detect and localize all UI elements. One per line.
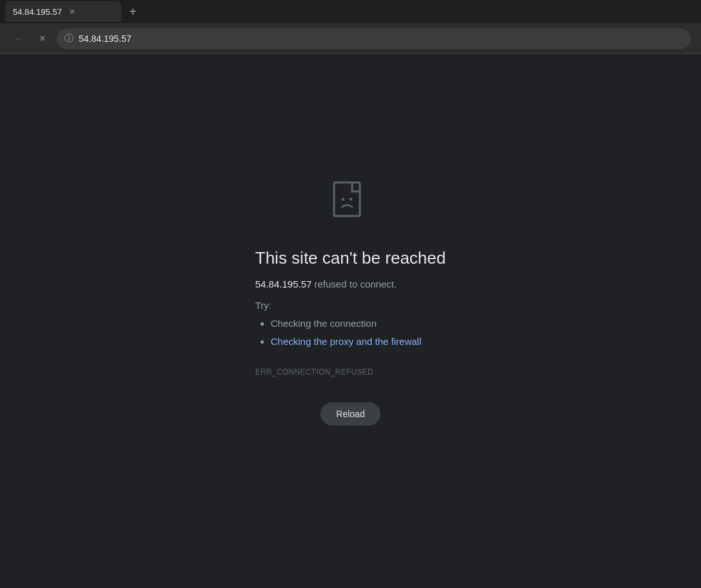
error-icon [328,179,374,228]
error-content: This site can't be reached 54.84.195.57 … [255,248,446,402]
tab-bar: 54.84.195.57 × + [0,0,701,23]
stop-button[interactable]: × [34,30,52,48]
error-desc-suffix: refused to connect. [311,279,397,289]
tab-close-button[interactable]: × [67,6,77,17]
error-ip: 54.84.195.57 [255,279,312,289]
reload-button[interactable]: Reload [321,402,380,426]
error-page: This site can't be reached 54.84.195.57 … [0,54,701,588]
error-code: ERR_CONNECTION_REFUSED [255,368,373,377]
address-bar: ← × ⓘ 54.84.195.57 [0,23,701,54]
try-label: Try: [255,300,272,311]
back-icon: ← [14,33,25,44]
proxy-firewall-link[interactable]: Checking the proxy and the firewall [271,336,421,347]
suggestions-list: Checking the connection Checking the pro… [255,316,421,352]
list-item: Checking the proxy and the firewall [271,334,421,349]
browser-chrome: 54.84.195.57 × + ← × ⓘ 54.84.195.57 [0,0,701,54]
url-bar[interactable]: ⓘ 54.84.195.57 [57,28,691,49]
svg-rect-1 [342,198,344,201]
error-description: 54.84.195.57 refused to connect. [255,279,397,289]
stop-icon: × [39,33,45,44]
svg-rect-0 [334,182,360,216]
new-tab-button[interactable]: + [124,3,142,21]
sad-page-icon [328,179,374,225]
url-text: 54.84.195.57 [79,34,132,44]
suggestion-text-1: Checking the connection [271,318,377,329]
list-item: Checking the connection [271,316,421,331]
active-tab[interactable]: 54.84.195.57 × [5,1,121,22]
tab-title: 54.84.195.57 [13,7,62,17]
back-button[interactable]: ← [10,30,28,48]
info-icon: ⓘ [64,33,74,44]
svg-rect-2 [350,198,352,201]
error-title: This site can't be reached [255,248,446,268]
